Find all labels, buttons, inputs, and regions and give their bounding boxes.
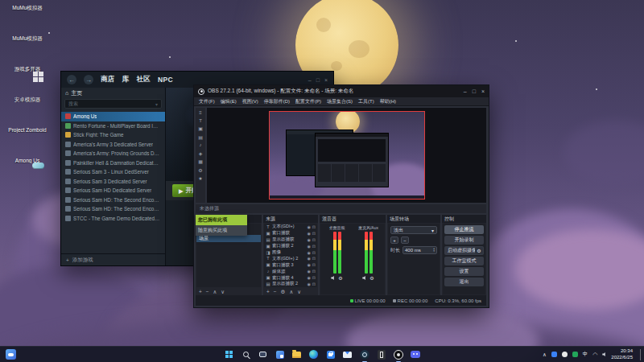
start-button[interactable] [223, 348, 236, 361]
edge-button[interactable] [308, 348, 320, 361]
visibility-eye-icon[interactable]: ◉ [307, 231, 310, 236]
visibility-eye-icon[interactable]: ◉ [307, 275, 310, 280]
dock-tool-icon[interactable]: ◈ [199, 150, 203, 156]
obs-taskbar-button[interactable] [392, 348, 405, 361]
game-list-item[interactable]: Painkiller Hell & Damnation Dedicat… [61, 158, 165, 168]
duration-spinner[interactable]: 400 ms ▴ ▾ [402, 246, 437, 254]
lock-icon[interactable]: ⊡ [312, 250, 316, 255]
minimize-icon[interactable]: – [464, 88, 467, 94]
menu-item[interactable]: 文件(F) [199, 98, 215, 105]
menu-item[interactable]: 停靠部件(D) [264, 98, 290, 105]
nav-profile[interactable]: NPC [158, 76, 173, 84]
visibility-eye-icon[interactable]: ◉ [307, 250, 310, 255]
dock-tool-icon[interactable]: ⚙ [198, 167, 202, 173]
source-item[interactable]: ▣ 窗口捕获 ◉ ⊡ [264, 230, 317, 237]
steam-taskbar-button[interactable] [358, 348, 371, 361]
desktop-icon[interactable]: 游戏多开器 [3, 66, 52, 72]
dock-tool-icon[interactable]: ▤ [198, 134, 203, 140]
desktop-icon[interactable]: MuMu模拟器 [3, 5, 52, 10]
lock-icon[interactable]: ⊡ [312, 244, 316, 249]
menu-item[interactable]: 工具(T) [358, 98, 374, 105]
lock-icon[interactable]: ⊡ [312, 269, 316, 274]
speaker-icon[interactable] [331, 276, 335, 280]
close-icon[interactable]: × [324, 77, 328, 83]
game-list-item[interactable]: STCC - The Game Demo Dedicated… [61, 214, 165, 224]
obs-titlebar[interactable]: OBS 27.2.1 (64-bit, windows) - 配置文件: 未命名… [194, 85, 489, 97]
dock-tool-icon[interactable]: ★ [198, 175, 202, 181]
volume-icon[interactable] [602, 352, 606, 356]
control-button[interactable]: 启动虚拟摄像机 ⚙ [444, 246, 484, 255]
tray-app-icon[interactable] [572, 352, 578, 357]
game-list-item[interactable]: America's Army 3 Dedicated Server [61, 140, 165, 150]
source-item[interactable]: ♪ 媒体源 ◉ ⊡ [264, 268, 317, 274]
lock-icon[interactable]: ⊡ [312, 231, 316, 236]
source-item[interactable]: ▤ 显示器捕获 ◉ ⊡ [264, 237, 317, 243]
vcam-gear-icon[interactable]: ⚙ [475, 247, 483, 254]
widgets-button[interactable] [274, 348, 287, 361]
visibility-eye-icon[interactable]: ◉ [307, 237, 310, 242]
source-item[interactable]: T 文本(GDI+) ◉ ⊡ [264, 224, 317, 230]
tray-app-icon[interactable] [551, 352, 557, 357]
lock-icon[interactable]: ⊡ [312, 275, 316, 280]
search-input[interactable]: 搜索 ▾ [64, 99, 162, 109]
game-list-item[interactable]: Serious Sam 3 Dedicated Server [61, 177, 165, 187]
desktop-icon[interactable]: Project Zomboid [3, 127, 52, 133]
visibility-eye-icon[interactable]: ◉ [307, 262, 310, 267]
dock-tool-icon[interactable]: ♪ [200, 142, 202, 147]
dock-tool-icon[interactable]: ≡ [199, 110, 202, 115]
visibility-eye-icon[interactable]: ◉ [307, 244, 310, 249]
maximize-icon[interactable]: □ [473, 88, 476, 94]
network-icon[interactable]: ◠ [592, 352, 597, 357]
track-gear-icon[interactable]: ⚙ [369, 275, 374, 281]
control-button[interactable]: 停止推流 ⚙ [444, 225, 484, 234]
menu-item[interactable]: 视图(V) [242, 98, 258, 105]
scene-item[interactable]: 场景 [196, 235, 261, 242]
ime-indicator[interactable]: 中 [583, 351, 588, 358]
visibility-eye-icon[interactable]: ◉ [307, 224, 310, 229]
remove-transition-button[interactable]: − [401, 237, 409, 244]
mail-button[interactable] [341, 348, 354, 361]
minimize-icon[interactable]: – [308, 77, 312, 83]
obs-preview[interactable] [207, 108, 486, 203]
menu-item[interactable]: 配置文件(P) [295, 98, 321, 105]
dock-tool-icon[interactable]: ▣ [198, 125, 203, 131]
control-button[interactable]: 退出 ⚙ [444, 278, 484, 286]
visibility-eye-icon[interactable]: ◉ [307, 256, 310, 261]
forward-icon[interactable]: → [84, 75, 93, 84]
game-list-item[interactable]: America's Army: Proving Grounds D… [61, 149, 165, 158]
add-game-button[interactable]: + 添加游戏 [61, 253, 165, 265]
game-list-item[interactable]: Serious Sam HD: The Second Enco… [61, 204, 165, 214]
game-list-item[interactable]: Serious Sam HD: The Second Enco… [61, 195, 165, 205]
lock-icon[interactable]: ⊡ [312, 282, 316, 286]
task-view-button[interactable] [257, 348, 270, 361]
close-icon[interactable]: × [481, 88, 485, 94]
control-button[interactable]: 设置 ⚙ [444, 267, 484, 276]
transition-select[interactable]: 淡出 ▾ [390, 226, 437, 234]
menu-item[interactable]: 编辑(E) [221, 98, 237, 105]
remove-scene-button[interactable]: − [206, 289, 209, 294]
nav-store[interactable]: 商店 [101, 75, 115, 84]
discord-button[interactable] [409, 348, 422, 361]
tray-app-icon[interactable] [562, 352, 568, 357]
taskbar-search-button[interactable] [240, 348, 253, 361]
speaker-icon[interactable] [362, 276, 366, 280]
library-home[interactable]: ⌂ 主页 [61, 88, 165, 98]
source-properties-button[interactable]: ⚙ [281, 289, 286, 295]
game-list-item[interactable]: Serious Sam HD Dedicated Server [61, 186, 165, 195]
clock[interactable]: 20:34 2022/6/25 [611, 348, 633, 360]
add-transition-button[interactable]: + [390, 237, 398, 244]
filter-icon[interactable]: ▾ [155, 101, 158, 107]
source-up-button[interactable]: ∧ [289, 289, 293, 295]
weather-widget-icon[interactable] [6, 349, 16, 360]
control-button[interactable]: 开始录制 ⚙ [444, 236, 484, 245]
nav-library[interactable]: 库 [122, 75, 130, 84]
game-list-item[interactable]: Stick Fight: The Game [61, 130, 165, 140]
control-button[interactable]: 工作室模式 ⚙ [444, 257, 484, 265]
menu-item[interactable]: 帮助(H) [380, 98, 396, 105]
desktop-icon[interactable]: MuMu模拟器 [3, 35, 52, 41]
source-item[interactable]: ▣ 窗口捕获 4 ◉ ⊡ [264, 274, 317, 281]
source-down-button[interactable]: ∨ [297, 289, 301, 295]
lock-icon[interactable]: ⊡ [312, 256, 316, 261]
menu-item[interactable]: 场景集合(S) [327, 98, 353, 105]
lock-icon[interactable]: ⊡ [312, 237, 316, 242]
